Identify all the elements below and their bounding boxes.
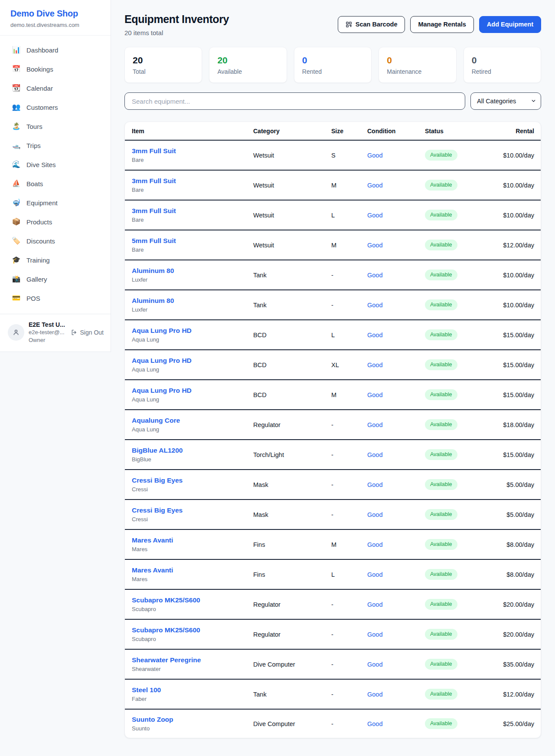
item-category: Tank: [253, 290, 331, 320]
item-name-link[interactable]: Steel 100: [132, 686, 253, 694]
item-condition-link[interactable]: Good: [367, 391, 382, 398]
item-size: -: [331, 619, 367, 649]
status-badge: Available: [425, 718, 457, 729]
item-category: BCD: [253, 380, 331, 410]
item-condition-link[interactable]: Good: [367, 182, 382, 189]
scan-barcode-button[interactable]: Scan Barcode: [338, 16, 405, 33]
item-rental-rate: $8.00/day: [486, 529, 541, 559]
sidebar-item-label: Tours: [26, 123, 42, 130]
item-condition-link[interactable]: Good: [367, 631, 382, 638]
stat-label: Total: [133, 68, 194, 75]
item-condition-link[interactable]: Good: [367, 421, 382, 428]
item-name-link[interactable]: Cressi Big Eyes: [132, 476, 253, 485]
item-condition-link[interactable]: Good: [367, 691, 382, 698]
main-content: Equipment Inventory 20 items total Scan …: [111, 0, 555, 738]
table-row: 3mm Full Suit Bare Wetsuit L Good Availa…: [125, 200, 541, 230]
status-badge: Available: [425, 240, 457, 250]
item-name-link[interactable]: Aluminum 80: [132, 266, 253, 275]
item-condition-link[interactable]: Good: [367, 272, 382, 279]
item-brand: BigBlue: [132, 456, 253, 463]
item-size: L: [331, 559, 367, 589]
item-rental-rate: $12.00/day: [486, 679, 541, 709]
item-condition-link[interactable]: Good: [367, 720, 382, 727]
item-name-link[interactable]: Suunto Zoop: [132, 715, 253, 724]
item-name-link[interactable]: Aqua Lung Pro HD: [132, 326, 253, 335]
add-equipment-button[interactable]: Add Equipment: [479, 16, 541, 33]
stat-value: 0: [472, 55, 533, 66]
item-name-link[interactable]: 3mm Full Suit: [132, 177, 253, 185]
status-badge: Available: [425, 629, 457, 640]
sidebar-item-label: Dashboard: [26, 46, 58, 54]
user-block: E2E Test U... e2e-tester@... Owner Sign …: [0, 314, 111, 352]
item-category: Wetsuit: [253, 200, 331, 230]
sign-out-button[interactable]: Sign Out: [71, 329, 104, 336]
item-rental-rate: $10.00/day: [486, 140, 541, 170]
item-name-link[interactable]: Mares Avanti: [132, 536, 253, 545]
sidebar-item-label: Bookings: [26, 66, 53, 73]
item-condition-link[interactable]: Good: [367, 541, 382, 548]
item-rental-rate: $5.00/day: [486, 470, 541, 500]
item-name-link[interactable]: Mares Avanti: [132, 566, 253, 575]
table-row: 3mm Full Suit Bare Wetsuit M Good Availa…: [125, 170, 541, 200]
item-rental-rate: $15.00/day: [486, 320, 541, 350]
search-input[interactable]: [124, 92, 465, 110]
stat-value: 0: [387, 55, 448, 66]
filter-row: All Categories: [124, 92, 541, 110]
add-equipment-label: Add Equipment: [487, 21, 533, 28]
category-select[interactable]: All Categories: [470, 92, 541, 110]
item-name-link[interactable]: BigBlue AL1200: [132, 446, 253, 455]
item-name-link[interactable]: 3mm Full Suit: [132, 147, 253, 155]
item-name-link[interactable]: 5mm Full Suit: [132, 237, 253, 245]
table-row: 3mm Full Suit Bare Wetsuit S Good Availa…: [125, 140, 541, 170]
item-condition-link[interactable]: Good: [367, 242, 382, 249]
stat-label: Available: [217, 68, 278, 75]
item-condition-link[interactable]: Good: [367, 451, 382, 458]
sign-out-label: Sign Out: [80, 329, 104, 336]
item-name-link[interactable]: Aqua Lung Pro HD: [132, 356, 253, 365]
item-rental-rate: $35.00/day: [486, 649, 541, 679]
item-condition-link[interactable]: Good: [367, 601, 382, 608]
item-condition-link[interactable]: Good: [367, 481, 382, 488]
item-condition-link[interactable]: Good: [367, 152, 382, 159]
item-brand: Luxfer: [132, 276, 253, 283]
item-category: Tank: [253, 679, 331, 709]
item-condition-link[interactable]: Good: [367, 212, 382, 219]
dive-mask-icon: 🤿: [12, 199, 21, 206]
table-row: Aqua Lung Pro HD Aqua Lung BCD L Good Av…: [125, 320, 541, 350]
item-condition-link[interactable]: Good: [367, 332, 382, 339]
equipment-table-card: Item Category Size Condition Status Rent…: [124, 122, 541, 738]
stat-value: 0: [302, 55, 363, 66]
column-header-condition: Condition: [367, 122, 425, 140]
status-badge: Available: [425, 599, 457, 610]
status-badge: Available: [425, 479, 457, 490]
item-category: Regulator: [253, 410, 331, 440]
item-name-link[interactable]: Shearwater Peregrine: [132, 656, 253, 664]
item-condition-link[interactable]: Good: [367, 661, 382, 668]
status-badge: Available: [425, 689, 457, 700]
item-rental-rate: $10.00/day: [486, 200, 541, 230]
item-condition-link[interactable]: Good: [367, 362, 382, 368]
item-name-link[interactable]: Cressi Big Eyes: [132, 506, 253, 515]
sidebar-item-label: Equipment: [26, 199, 58, 207]
item-rental-rate: $15.00/day: [486, 350, 541, 380]
item-name-link[interactable]: Scubapro MK25/S600: [132, 626, 253, 634]
status-badge: Available: [425, 359, 457, 370]
sailboat-icon: ⛵: [12, 180, 21, 187]
item-brand: Suunto: [132, 725, 253, 732]
item-rental-rate: $8.00/day: [486, 559, 541, 589]
logout-icon: [71, 329, 78, 336]
item-name-link[interactable]: Aqualung Core: [132, 416, 253, 425]
column-header-status: Status: [425, 122, 486, 140]
item-condition-link[interactable]: Good: [367, 302, 382, 309]
manage-rentals-button[interactable]: Manage Rentals: [410, 16, 473, 33]
brand-title[interactable]: Demo Dive Shop: [10, 9, 100, 19]
item-condition-link[interactable]: Good: [367, 511, 382, 518]
item-brand: Scubapro: [132, 636, 253, 643]
item-condition-link[interactable]: Good: [367, 571, 382, 578]
item-name-link[interactable]: 3mm Full Suit: [132, 207, 253, 215]
item-name-link[interactable]: Aluminum 80: [132, 296, 253, 305]
item-rental-rate: $18.00/day: [486, 410, 541, 440]
item-name-link[interactable]: Scubapro MK25/S600: [132, 596, 253, 605]
item-rental-rate: $15.00/day: [486, 380, 541, 410]
item-name-link[interactable]: Aqua Lung Pro HD: [132, 386, 253, 395]
